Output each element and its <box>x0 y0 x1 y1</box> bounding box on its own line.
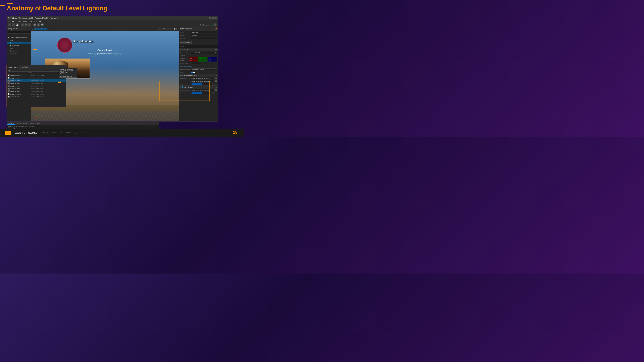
outliner-search[interactable] <box>7 30 31 33</box>
static-toggle[interactable] <box>191 71 195 73</box>
menu-aws[interactable]: AWS <box>34 20 37 22</box>
hdri-menu-icon[interactable]: ≡ <box>216 86 217 88</box>
viewport-icon-3[interactable]: ≡ <box>178 28 178 30</box>
diffuse-clear-button[interactable]: ✕ <box>215 78 217 79</box>
console-tab-python[interactable]: Python Console <box>15 122 29 125</box>
inspector-search[interactable] <box>179 45 218 48</box>
ibl-help-icon[interactable]: ? <box>215 75 216 76</box>
transform-header[interactable]: ▾ ⊞ Transform ? ≡ <box>179 48 218 51</box>
diffuse-image-value[interactable]: goegap_4k_iblglobalcm_ibldiffuse.exr <box>191 77 215 79</box>
close-button[interactable]: ✕ <box>214 17 216 19</box>
play-button[interactable]: ▶ <box>210 24 213 26</box>
svg-line-0 <box>36 117 37 118</box>
specular-image-value[interactable]: goegap_4k_iblglobalcm_iblspecular.exr <box>191 80 215 82</box>
asset-row-6[interactable]: 🖼 goegap_4k_iblglob lightingpresets/high… <box>7 90 66 93</box>
transform-help-icon[interactable]: ? <box>215 49 216 51</box>
toolbar-rotate[interactable]: ↺ <box>24 23 28 26</box>
asset-icon-0: 📄 <box>8 74 10 76</box>
rotate-z[interactable]: Z 0.0 <box>208 59 217 61</box>
viewport-icon-2[interactable]: ⊞ <box>176 28 177 30</box>
asset-row-0[interactable]: 📄 goegap.lightingprese LightingPresets/H… <box>7 74 66 77</box>
rotate-x[interactable]: X 0.0 <box>189 59 198 61</box>
ibl-exposure-slider[interactable] <box>192 83 202 85</box>
add-component-button[interactable]: Add Component > <box>180 41 192 44</box>
specular-clear-button[interactable]: ✕ <box>215 80 217 82</box>
outliner-ground-label: Ground <box>12 53 16 54</box>
toolbar-icon-1[interactable]: ↩ <box>8 23 11 26</box>
rotate-y[interactable]: Y 0.0 <box>198 59 208 61</box>
menu-tools[interactable]: Tools <box>23 20 27 22</box>
toolbar-icon-2[interactable]: ↪ <box>12 23 15 26</box>
parent-entity-clear[interactable]: ✕ ⚙ <box>214 52 216 54</box>
transform-menu-icon[interactable]: ≡ <box>216 49 217 51</box>
translate-y[interactable]: Y 0.0 <box>198 57 208 59</box>
add-nonuniform: Add non-uniform scale <box>179 64 218 68</box>
asset-row-1[interactable]: 📄 goegap.lightingprop LightingPresets/Hi… <box>7 77 66 79</box>
menu-file[interactable]: File <box>8 20 10 22</box>
parent-entity-value[interactable]: Atom Default Environment ✕ ⚙ <box>191 52 217 54</box>
viewport-tab-main[interactable]: New-Level.prefab* <box>34 28 48 30</box>
cubemap-clear-button[interactable]: ✕ <box>215 89 217 91</box>
menu-view[interactable]: View <box>29 20 32 22</box>
hdri-help-icon[interactable]: ? <box>215 86 216 88</box>
toolbar-extra[interactable]: ⊛ <box>214 23 216 26</box>
inspector-scroll: Name Global Sky Status Universal ▾ Entit… <box>179 30 218 121</box>
viewport-nav-back[interactable]: ◀ <box>32 28 33 30</box>
outliner-level[interactable]: ▾ Level (New-Level.prefab*) <box>7 33 31 36</box>
arrow-left-sun: ➡ <box>33 46 37 52</box>
asset-search-input[interactable] <box>8 69 60 71</box>
asset-row-8[interactable]: 📄 goegap_4k_skybo lightingpresets/highco… <box>7 95 66 98</box>
outliner-shaderball[interactable]: ⬤ Shader Ball <box>7 44 31 47</box>
inspector-name-value[interactable]: Global Sky <box>191 31 217 33</box>
ibl-menu-icon[interactable]: ≡ <box>216 75 217 76</box>
outliner-ground[interactable]: ⬛ Ground <box>7 52 31 55</box>
asset-row-4[interactable]: 🖼 goegap_4k_iblglob lightingpresets/high… <box>7 85 66 87</box>
menu-game[interactable]: Game <box>17 20 21 22</box>
outliner-grid[interactable]: ⊞ Grid <box>7 47 31 50</box>
translate-x[interactable]: X 0.0 <box>189 57 198 59</box>
outliner-atom-icon: ▾ <box>8 37 9 38</box>
outliner-sun[interactable]: ☀ Sun <box>7 39 31 41</box>
outliner-globalsky[interactable]: 🌐 Global Sky <box>7 41 31 44</box>
asset-row-7[interactable]: 📄 goegap_4k_skyboxc LightingPresets/High… <box>7 93 66 95</box>
toolbar-scale[interactable]: ⤢ <box>28 23 31 26</box>
ibl-exposure-label: Exposure <box>180 83 190 85</box>
menu-help[interactable]: Help <box>39 20 42 22</box>
hdri-exposure-slider[interactable] <box>192 92 202 94</box>
cubemap-value[interactable]: goegap_4k_iblglobalcm_iblspecular.exr <box>191 89 215 91</box>
toolbar-camera[interactable]: 📷 <box>41 23 44 26</box>
console-tab-console[interactable]: Console <box>7 122 15 125</box>
outliner-level-path: (New-Level.prefab*) <box>12 34 24 36</box>
viewport-icon-1[interactable]: 🔲 <box>174 28 176 30</box>
ibl-header[interactable]: ▾ ☀ Global Skylight (IBL) ? ≡ <box>179 74 218 77</box>
inspector-pin-icon[interactable]: 📌 <box>215 28 217 30</box>
translate-z[interactable]: Z 0.0 <box>208 57 217 59</box>
minimize-button[interactable]: — <box>209 17 211 19</box>
asset-row-3[interactable]: 🖼 goegap_4k_iblglob lightingpresets/high… <box>7 82 66 85</box>
asset-browser-tab[interactable]: Asset Browser <box>7 65 20 69</box>
toolbar-icon-3[interactable]: 💾 <box>16 23 18 26</box>
inspector-status-dropdown[interactable]: Universal ▾ <box>191 34 217 36</box>
hdri-header[interactable]: ▾ 🌐 HDRi Skybox ? ≡ <box>179 86 218 89</box>
hdri-component: ▾ 🌐 HDRi Skybox ? ≡ Cubemap Texture goeg… <box>179 85 218 94</box>
toolbar-snap[interactable]: ⊞ <box>33 23 36 26</box>
asset-row-5[interactable]: 🖼 goegap_4k_iblglob lightingpresets/high… <box>7 87 66 90</box>
scale-value[interactable]: 1.0 <box>189 62 201 64</box>
outliner-camera[interactable]: 📷 Camera <box>7 50 31 52</box>
asset-row-2[interactable]: 🖼 goegap_4k_iblglobalc LightingPresets/H… <box>7 79 66 82</box>
console-tab-scripts[interactable]: Python Scripts <box>29 122 41 125</box>
viewport-mode[interactable]: Prefab Edit mode ▼ <box>158 28 172 30</box>
parent-activation-value[interactable]: Original relative transform ▾ <box>191 68 217 71</box>
asset-editor-tab[interactable]: Asset Editor <box>20 65 31 69</box>
hdri-exposure-value: 0.0 <box>214 92 217 93</box>
outliner-atom-env[interactable]: ▾ ⬡ Atom Default Environment <box>7 36 31 39</box>
console-tab-bar: Console Python Console Python Scripts <box>7 122 159 125</box>
toolbar-move[interactable]: ✦ <box>21 23 24 26</box>
toolbar-grid[interactable]: ⊟ <box>37 23 40 26</box>
transform-collapse-icon: ▾ <box>180 49 181 51</box>
menu-edit[interactable]: Edit <box>12 20 15 22</box>
add-nonuniform-link[interactable]: Add non-uniform scale <box>180 66 192 67</box>
entity-inspector-panel: Entity Inspector 📌 Name Global Sky Statu… <box>179 27 218 121</box>
transform-icon: ⊞ <box>182 49 183 51</box>
maximize-button[interactable]: □ <box>212 17 214 19</box>
